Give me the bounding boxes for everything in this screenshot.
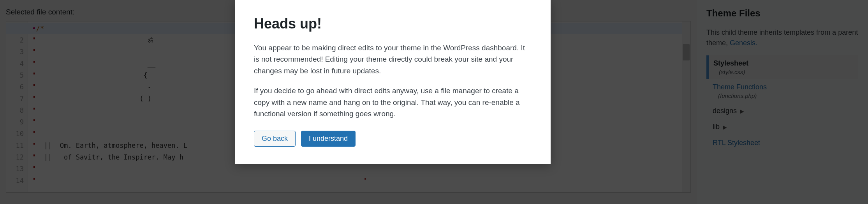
warning-modal: Heads up! You appear to be making direct… bbox=[235, 0, 551, 164]
go-back-button[interactable]: Go back bbox=[254, 131, 296, 147]
modal-title: Heads up! bbox=[254, 16, 532, 32]
modal-actions: Go back I understand bbox=[254, 131, 532, 147]
modal-paragraph-1: You appear to be making direct edits to … bbox=[254, 42, 532, 76]
understand-button[interactable]: I understand bbox=[301, 131, 356, 147]
modal-paragraph-2: If you decide to go ahead with direct ed… bbox=[254, 85, 532, 119]
